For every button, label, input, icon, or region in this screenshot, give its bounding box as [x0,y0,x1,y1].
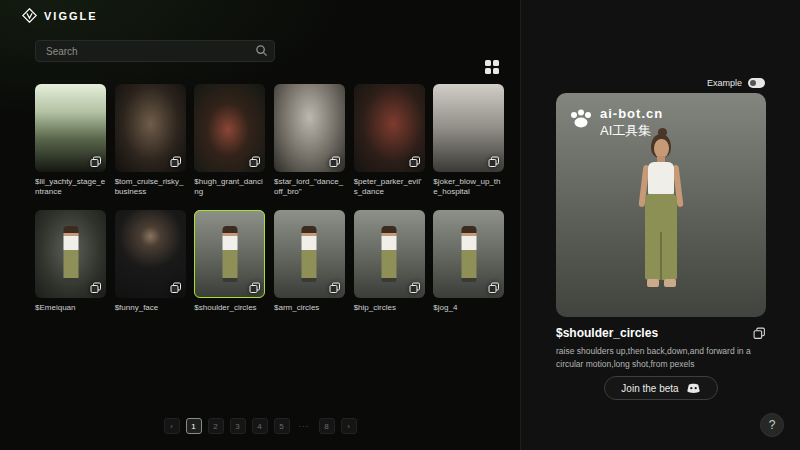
person-figure [461,226,476,282]
gallery-item[interactable]: $tom_cruise_risky_business [115,84,186,198]
paw-icon [569,108,593,130]
example-toggle[interactable] [748,78,765,88]
detail-description: raise shoulders up,then back,down,and fo… [556,345,770,371]
thumbnail-grid: $lil_yachty_stage_entrance $tom_cruise_r… [35,84,505,313]
gallery-item[interactable]: $arm_circles [274,210,345,313]
preview-image: ai-bot.cn AI工具集 [556,93,766,317]
thumbnail-label: $hugh_grant_dancing [194,177,265,198]
thumbnail-label: $funny_face [115,303,186,313]
join-beta-label: Join the beta [621,383,678,394]
person-figure [302,226,317,282]
video-thumbnail[interactable] [194,84,265,172]
pagination-page[interactable]: 1 [186,418,202,434]
example-label: Example [707,78,742,88]
copy-icon[interactable] [488,156,500,168]
detail-panel: Example ai-bot.cn AI工具集 $shoulder_circle… [520,0,800,450]
pagination-page[interactable]: 8 [319,418,335,434]
video-thumbnail[interactable] [115,210,186,298]
detail-title-row: $shoulder_circles [556,326,766,340]
brand[interactable]: VIGGLE [22,8,98,23]
thumbnail-label: $arm_circles [274,303,345,313]
copy-icon[interactable] [170,282,182,294]
video-thumbnail[interactable] [433,210,504,298]
gallery-item[interactable]: $lil_yachty_stage_entrance [35,84,106,198]
thumbnail-label: $tom_cruise_risky_business [115,177,186,198]
gallery-item[interactable]: $funny_face [115,210,186,313]
copy-icon[interactable] [753,327,766,340]
pagination-page[interactable]: 2 [208,418,224,434]
preview-character [631,139,691,307]
video-thumbnail[interactable] [274,210,345,298]
video-thumbnail[interactable] [274,84,345,172]
watermark: ai-bot.cn AI工具集 [569,106,663,140]
gallery-item[interactable]: $peter_parker_evil's_dance [354,84,425,198]
gallery-item[interactable]: $star_lord_"dance_off_bro" [274,84,345,198]
gallery-item[interactable]: $Emeiquan [35,210,106,313]
pagination-ellipsis: ··· [296,418,313,434]
thumbnail-label: $peter_parker_evil's_dance [354,177,425,198]
copy-icon[interactable] [249,156,261,168]
search-input[interactable] [35,40,275,62]
gallery-item[interactable]: $joker_blow_up_the_hospital [433,84,504,198]
watermark-line1: ai-bot.cn [600,106,663,121]
video-thumbnail[interactable] [433,84,504,172]
thumbnail-label: $shoulder_circles [194,303,265,313]
video-thumbnail[interactable] [115,84,186,172]
pagination-page[interactable]: 5 [274,418,290,434]
search-icon[interactable] [255,44,268,57]
copy-icon[interactable] [90,156,102,168]
thumbnail-label: $hip_circles [354,303,425,313]
pagination-prev[interactable]: ‹ [164,418,180,434]
pagination-page[interactable]: 3 [230,418,246,434]
copy-icon[interactable] [249,282,261,294]
copy-icon[interactable] [90,282,102,294]
video-thumbnail[interactable] [354,210,425,298]
gallery-item[interactable]: $shoulder_circles [194,210,265,313]
example-row: Example [707,78,765,88]
copy-icon[interactable] [329,282,341,294]
copy-icon[interactable] [409,156,421,168]
pagination-next[interactable]: › [341,418,357,434]
join-beta-button[interactable]: Join the beta [604,376,717,400]
brand-name: VIGGLE [44,10,98,22]
video-thumbnail[interactable] [35,84,106,172]
thumbnail-label: $joker_blow_up_the_hospital [433,177,504,198]
person-figure [222,226,237,282]
watermark-text: ai-bot.cn AI工具集 [600,106,663,140]
thumbnail-label: $jog_4 [433,303,504,313]
copy-icon[interactable] [409,282,421,294]
help-button[interactable]: ? [760,413,784,437]
thumbnail-label: $lil_yachty_stage_entrance [35,177,106,198]
person-figure [63,226,78,282]
join-row: Join the beta [556,376,766,400]
search-bar [35,40,275,62]
copy-icon[interactable] [488,282,500,294]
video-thumbnail[interactable] [35,210,106,298]
video-thumbnail[interactable] [354,84,425,172]
person-figure [382,226,397,282]
copy-icon[interactable] [170,156,182,168]
pagination-page[interactable]: 4 [252,418,268,434]
discord-icon [686,383,701,394]
copy-icon[interactable] [329,156,341,168]
detail-title: $shoulder_circles [556,326,658,340]
thumbnail-label: $star_lord_"dance_off_bro" [274,177,345,198]
gallery-item[interactable]: $hip_circles [354,210,425,313]
video-thumbnail[interactable] [194,210,265,298]
pagination: ‹12345···8› [0,418,520,434]
grid-view-icon[interactable] [485,60,499,74]
thumbnail-label: $Emeiquan [35,303,106,313]
gallery-item[interactable]: $hugh_grant_dancing [194,84,265,198]
gallery-item[interactable]: $jog_4 [433,210,504,313]
viggle-logo-icon [22,8,37,23]
